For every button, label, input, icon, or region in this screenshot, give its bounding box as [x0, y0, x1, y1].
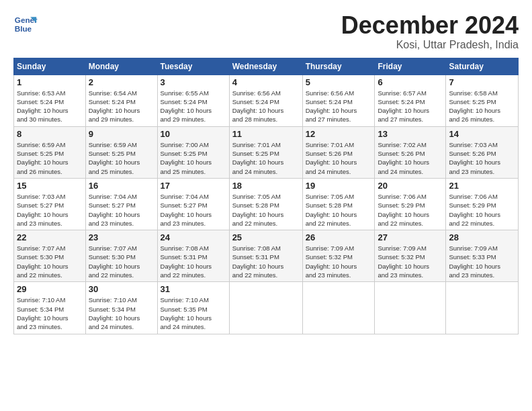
day-number: 8 — [17, 129, 83, 139]
calendar-table: Sunday Monday Tuesday Wednesday Thursday… — [13, 58, 519, 334]
day-number: 15 — [17, 181, 83, 191]
logo: General Blue — [13, 12, 38, 36]
table-row: 11Sunrise: 7:01 AM Sunset: 5:25 PM Dayli… — [229, 126, 302, 178]
day-number: 12 — [306, 129, 372, 139]
table-row: 24Sunrise: 7:08 AM Sunset: 5:31 PM Dayli… — [157, 230, 229, 282]
logo-icon: General Blue — [13, 12, 38, 36]
day-info: Sunrise: 7:08 AM Sunset: 5:31 PM Dayligh… — [161, 244, 226, 279]
title-block: December 2024 Kosi, Uttar Pradesh, India — [341, 12, 519, 51]
day-info: Sunrise: 7:02 AM Sunset: 5:26 PM Dayligh… — [378, 140, 443, 176]
day-number: 5 — [306, 77, 372, 87]
day-info: Sunrise: 7:09 AM Sunset: 5:33 PM Dayligh… — [449, 244, 515, 279]
day-info: Sunrise: 7:05 AM Sunset: 5:28 PM Dayligh… — [232, 192, 300, 228]
day-info: Sunrise: 7:01 AM Sunset: 5:26 PM Dayligh… — [306, 140, 372, 176]
day-number: 6 — [378, 77, 443, 87]
day-number: 11 — [232, 129, 300, 139]
table-row: 3Sunrise: 6:55 AM Sunset: 5:24 PM Daylig… — [157, 75, 229, 126]
table-row: 31Sunrise: 7:10 AM Sunset: 5:35 PM Dayli… — [157, 282, 229, 334]
col-sunday: Sunday — [14, 58, 86, 75]
table-row: 22Sunrise: 7:07 AM Sunset: 5:30 PM Dayli… — [14, 230, 86, 282]
table-row — [229, 282, 302, 334]
col-monday: Monday — [85, 58, 157, 75]
day-info: Sunrise: 7:04 AM Sunset: 5:27 PM Dayligh… — [161, 192, 226, 228]
table-row: 21Sunrise: 7:06 AM Sunset: 5:29 PM Dayli… — [446, 178, 519, 230]
table-row: 8Sunrise: 6:59 AM Sunset: 5:25 PM Daylig… — [14, 126, 86, 178]
table-row: 2Sunrise: 6:54 AM Sunset: 5:24 PM Daylig… — [85, 75, 157, 126]
calendar-week-row: 29Sunrise: 7:10 AM Sunset: 5:34 PM Dayli… — [14, 282, 519, 334]
day-info: Sunrise: 7:07 AM Sunset: 5:30 PM Dayligh… — [89, 244, 154, 279]
day-number: 1 — [17, 77, 83, 87]
day-number: 24 — [161, 232, 226, 242]
col-tuesday: Tuesday — [157, 58, 229, 75]
day-info: Sunrise: 7:10 AM Sunset: 5:35 PM Dayligh… — [161, 295, 226, 331]
table-row: 25Sunrise: 7:08 AM Sunset: 5:31 PM Dayli… — [229, 230, 302, 282]
day-info: Sunrise: 6:54 AM Sunset: 5:24 PM Dayligh… — [89, 89, 154, 124]
month-title: December 2024 — [341, 12, 519, 39]
day-number: 10 — [161, 129, 226, 139]
day-number: 21 — [449, 181, 515, 191]
table-row: 16Sunrise: 7:04 AM Sunset: 5:27 PM Dayli… — [85, 178, 157, 230]
day-info: Sunrise: 6:59 AM Sunset: 5:25 PM Dayligh… — [17, 140, 83, 176]
day-number: 26 — [306, 232, 372, 242]
table-row: 27Sunrise: 7:09 AM Sunset: 5:32 PM Dayli… — [375, 230, 446, 282]
table-row — [446, 282, 519, 334]
day-number: 17 — [161, 181, 226, 191]
day-info: Sunrise: 6:58 AM Sunset: 5:25 PM Dayligh… — [449, 89, 515, 124]
day-number: 7 — [449, 77, 515, 87]
day-number: 20 — [378, 181, 443, 191]
table-row: 9Sunrise: 6:59 AM Sunset: 5:25 PM Daylig… — [85, 126, 157, 178]
day-info: Sunrise: 7:08 AM Sunset: 5:31 PM Dayligh… — [232, 244, 300, 279]
day-number: 2 — [89, 77, 154, 87]
table-row: 6Sunrise: 6:57 AM Sunset: 5:24 PM Daylig… — [375, 75, 446, 126]
day-number: 30 — [89, 284, 154, 294]
day-info: Sunrise: 7:10 AM Sunset: 5:34 PM Dayligh… — [17, 295, 83, 331]
day-number: 16 — [89, 181, 154, 191]
day-number: 13 — [378, 129, 443, 139]
header: General Blue December 2024 Kosi, Uttar P… — [13, 12, 519, 51]
day-number: 25 — [232, 232, 300, 242]
table-row: 23Sunrise: 7:07 AM Sunset: 5:30 PM Dayli… — [85, 230, 157, 282]
table-row: 15Sunrise: 7:03 AM Sunset: 5:27 PM Dayli… — [14, 178, 86, 230]
day-info: Sunrise: 7:10 AM Sunset: 5:34 PM Dayligh… — [89, 295, 154, 331]
table-row: 14Sunrise: 7:03 AM Sunset: 5:26 PM Dayli… — [446, 126, 519, 178]
day-info: Sunrise: 7:03 AM Sunset: 5:27 PM Dayligh… — [17, 192, 83, 228]
table-row: 7Sunrise: 6:58 AM Sunset: 5:25 PM Daylig… — [446, 75, 519, 126]
day-number: 4 — [232, 77, 300, 87]
table-row: 1Sunrise: 6:53 AM Sunset: 5:24 PM Daylig… — [14, 75, 86, 126]
day-info: Sunrise: 7:05 AM Sunset: 5:28 PM Dayligh… — [306, 192, 372, 228]
table-row: 10Sunrise: 7:00 AM Sunset: 5:25 PM Dayli… — [157, 126, 229, 178]
location: Kosi, Uttar Pradesh, India — [341, 39, 519, 51]
day-info: Sunrise: 6:59 AM Sunset: 5:25 PM Dayligh… — [89, 140, 154, 176]
table-row: 12Sunrise: 7:01 AM Sunset: 5:26 PM Dayli… — [302, 126, 375, 178]
day-info: Sunrise: 6:53 AM Sunset: 5:24 PM Dayligh… — [17, 89, 83, 124]
day-number: 19 — [306, 181, 372, 191]
day-number: 3 — [161, 77, 226, 87]
day-info: Sunrise: 6:56 AM Sunset: 5:24 PM Dayligh… — [232, 89, 300, 124]
table-row: 18Sunrise: 7:05 AM Sunset: 5:28 PM Dayli… — [229, 178, 302, 230]
day-number: 28 — [449, 232, 515, 242]
table-row: 19Sunrise: 7:05 AM Sunset: 5:28 PM Dayli… — [302, 178, 375, 230]
table-row: 13Sunrise: 7:02 AM Sunset: 5:26 PM Dayli… — [375, 126, 446, 178]
calendar-week-row: 15Sunrise: 7:03 AM Sunset: 5:27 PM Dayli… — [14, 178, 519, 230]
day-number: 23 — [89, 232, 154, 242]
day-number: 18 — [232, 181, 300, 191]
col-saturday: Saturday — [446, 58, 519, 75]
day-info: Sunrise: 7:00 AM Sunset: 5:25 PM Dayligh… — [161, 140, 226, 176]
table-row: 29Sunrise: 7:10 AM Sunset: 5:34 PM Dayli… — [14, 282, 86, 334]
table-row: 30Sunrise: 7:10 AM Sunset: 5:34 PM Dayli… — [85, 282, 157, 334]
table-row: 17Sunrise: 7:04 AM Sunset: 5:27 PM Dayli… — [157, 178, 229, 230]
day-number: 29 — [17, 284, 83, 294]
day-number: 9 — [89, 129, 154, 139]
col-thursday: Thursday — [302, 58, 375, 75]
table-row: 5Sunrise: 6:56 AM Sunset: 5:24 PM Daylig… — [302, 75, 375, 126]
day-info: Sunrise: 7:09 AM Sunset: 5:32 PM Dayligh… — [378, 244, 443, 279]
day-number: 14 — [449, 129, 515, 139]
day-info: Sunrise: 7:06 AM Sunset: 5:29 PM Dayligh… — [378, 192, 443, 228]
day-info: Sunrise: 6:57 AM Sunset: 5:24 PM Dayligh… — [378, 89, 443, 124]
day-info: Sunrise: 6:56 AM Sunset: 5:24 PM Dayligh… — [306, 89, 372, 124]
table-row: 4Sunrise: 6:56 AM Sunset: 5:24 PM Daylig… — [229, 75, 302, 126]
day-info: Sunrise: 7:09 AM Sunset: 5:32 PM Dayligh… — [306, 244, 372, 279]
day-number: 27 — [378, 232, 443, 242]
col-wednesday: Wednesday — [229, 58, 302, 75]
table-row: 20Sunrise: 7:06 AM Sunset: 5:29 PM Dayli… — [375, 178, 446, 230]
